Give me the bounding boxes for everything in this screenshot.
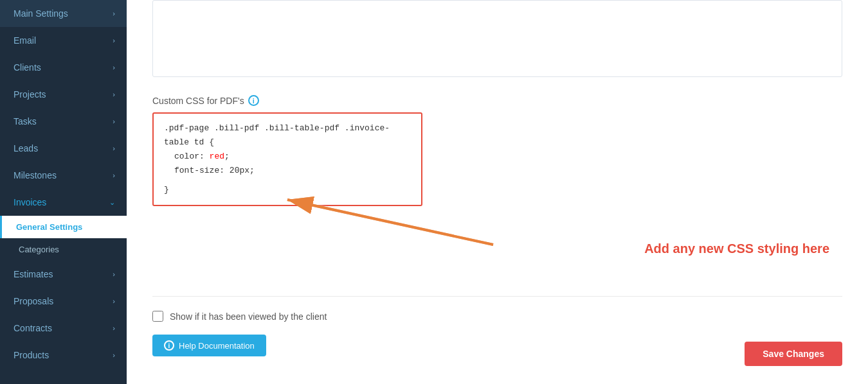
sidebar-item-label: Main Settings [14, 8, 68, 19]
chevron-right-icon: › [113, 91, 115, 98]
viewed-by-client-row: Show if it has been viewed by the client [152, 311, 842, 322]
viewed-by-client-checkbox[interactable] [152, 311, 163, 322]
chevron-right-icon: › [113, 270, 115, 278]
sidebar-item-leads[interactable]: Leads › [0, 135, 127, 162]
chevron-right-icon: › [113, 297, 115, 305]
sidebar-item-label: Invoices [14, 197, 46, 207]
main-content: Custom CSS for PDF's i .pdf-page .bill-p… [127, 0, 868, 384]
sidebar-item-label: Contracts [14, 323, 52, 333]
css-line-2: color: red; [174, 150, 411, 164]
sidebar-item-label: Tasks [14, 116, 37, 127]
css-code-content: .pdf-page .bill-pdf .bill-table-pdf .inv… [164, 121, 411, 197]
sidebar-item-tasks[interactable]: Tasks › [0, 108, 127, 135]
sidebar-item-email[interactable]: Email › [0, 27, 127, 54]
svg-line-3 [287, 200, 493, 245]
chevron-right-icon: › [113, 118, 115, 125]
sidebar-item-contracts[interactable]: Contracts › [0, 315, 127, 342]
chevron-right-icon: › [113, 64, 115, 71]
save-changes-button[interactable]: Save Changes [745, 342, 842, 366]
chevron-right-icon: › [113, 37, 115, 44]
chevron-right-icon: › [113, 10, 115, 17]
chevron-right-icon: › [113, 144, 115, 152]
css-line-3: font-size: 20px; [174, 164, 411, 178]
sidebar-item-label: Email [14, 35, 36, 46]
sidebar-item-label: Products [14, 350, 49, 360]
sidebar-item-label: Proposals [14, 296, 53, 306]
help-btn-label: Help Documentation [179, 341, 255, 351]
sidebar-item-clients[interactable]: Clients › [0, 54, 127, 81]
info-icon[interactable]: i [248, 95, 259, 106]
sidebar-item-label: Projects [14, 89, 46, 100]
sidebar: Main Settings › Email › Clients › Projec… [0, 0, 127, 384]
css-hint-arrow [255, 187, 525, 277]
sidebar-item-milestones[interactable]: Milestones › [0, 162, 127, 189]
sidebar-item-label: Milestones [14, 170, 57, 180]
sidebar-item-label: Leads [14, 143, 38, 153]
sidebar-item-estimates[interactable]: Estimates › [0, 261, 127, 288]
sidebar-item-products[interactable]: Products › [0, 342, 127, 369]
sidebar-item-proposals[interactable]: Proposals › [0, 288, 127, 315]
chevron-right-icon: › [113, 324, 115, 332]
sidebar-item-label: Categories [19, 245, 59, 254]
css-pdfs-label: Custom CSS for PDF's i [152, 95, 842, 106]
css-hint-text: Add any new CSS styling here [644, 241, 829, 256]
chevron-down-icon: ⌄ [109, 198, 115, 207]
chevron-right-icon: › [113, 171, 115, 179]
section-divider [152, 296, 842, 297]
top-section-box [152, 0, 842, 77]
help-documentation-button[interactable]: i Help Documentation [152, 335, 266, 356]
css-line-1: .pdf-page .bill-pdf .bill-table-pdf .inv… [164, 121, 411, 150]
sidebar-item-general-settings[interactable]: General Settings [0, 216, 127, 238]
sidebar-item-categories[interactable]: Categories [0, 238, 127, 261]
sidebar-item-main-settings[interactable]: Main Settings › [0, 0, 127, 27]
sidebar-item-projects[interactable]: Projects › [0, 81, 127, 108]
hint-area: Add any new CSS styling here [152, 206, 842, 296]
sidebar-item-invoices[interactable]: Invoices ⌄ [0, 189, 127, 216]
sidebar-item-label: Estimates [14, 269, 53, 279]
sidebar-item-label: Clients [14, 62, 41, 73]
viewed-by-client-label: Show if it has been viewed by the client [170, 311, 327, 322]
info-circle-icon: i [164, 340, 174, 351]
sidebar-item-label: General Settings [16, 222, 82, 232]
chevron-right-icon: › [113, 351, 115, 359]
